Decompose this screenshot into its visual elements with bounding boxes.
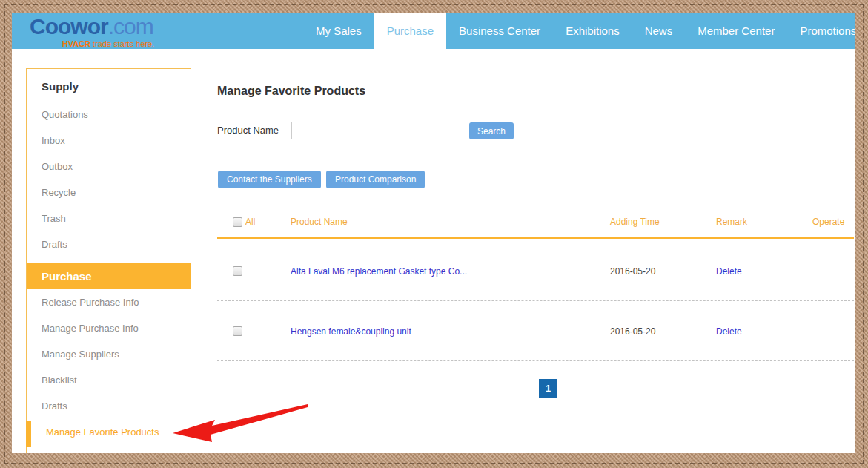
select-all-checkbox[interactable] <box>233 217 242 227</box>
nav-item-exhibitions[interactable]: Exhibitions <box>553 13 632 49</box>
nav-item-business-center[interactable]: Business Center <box>446 13 553 49</box>
top-navigation-bar: Coowor.com HVACR trade starts here. My S… <box>12 13 855 49</box>
sidebar-item-outbox[interactable]: Outbox <box>27 154 191 179</box>
page-content: Coowor.com HVACR trade starts here. My S… <box>12 13 855 453</box>
column-header-operate: Operate <box>812 217 844 227</box>
pagination-page-1[interactable]: 1 <box>539 379 557 398</box>
sidebar-section-supply[interactable]: Supply <box>27 72 191 102</box>
product-comparison-button[interactable]: Product Comparison <box>326 171 425 188</box>
main-nav: My Sales Purchase Business Center Exhibi… <box>303 13 855 49</box>
search-button[interactable]: Search <box>469 122 514 139</box>
favorite-products-table: All Product Name Adding Time Remark Oper… <box>217 214 855 406</box>
row-checkbox[interactable] <box>233 326 242 336</box>
row-divider <box>217 360 854 361</box>
product-link[interactable]: Hengsen female&coupling unit <box>291 326 411 337</box>
row-divider <box>217 300 854 301</box>
sidebar-item-purchase-drafts[interactable]: Drafts <box>27 393 191 419</box>
adding-time-value: 2016-05-20 <box>610 326 655 337</box>
page-title: Manage Favorite Products <box>217 85 365 98</box>
adding-time-value: 2016-05-20 <box>610 266 655 277</box>
nav-item-news[interactable]: News <box>632 13 686 49</box>
nav-item-purchase[interactable]: Purchase <box>374 13 446 49</box>
sidebar-item-trash[interactable]: Trash <box>27 205 191 231</box>
logo-suffix: .com <box>108 14 153 39</box>
product-link[interactable]: Alfa Laval M6 replacement Gasket type Co… <box>291 266 467 277</box>
delete-link[interactable]: Delete <box>716 326 742 337</box>
delete-link[interactable]: Delete <box>716 266 742 277</box>
sidebar: Supply Quotations Inbox Outbox Recycle T… <box>26 68 191 453</box>
active-item-marker <box>26 421 31 447</box>
nav-item-member-center[interactable]: Member Center <box>685 13 787 49</box>
sidebar-item-quotations[interactable]: Quotations <box>27 102 191 128</box>
sidebar-item-release-purchase-info[interactable]: Release Purchase Info <box>27 289 191 315</box>
tagline-bold: HVACR <box>62 39 90 48</box>
column-header-all: All <box>245 217 255 227</box>
nav-item-promotions[interactable]: Promotions <box>787 13 855 49</box>
sidebar-item-supply-drafts[interactable]: Drafts <box>27 231 191 257</box>
sidebar-item-recycle[interactable]: Recycle <box>27 179 191 205</box>
table-header-rule <box>217 237 854 239</box>
tagline-rest: trade starts here. <box>90 39 154 48</box>
sidebar-item-inbox[interactable]: Inbox <box>27 128 191 154</box>
column-header-remark: Remark <box>716 217 747 227</box>
sidebar-item-label: Manage Favorite Products <box>46 426 159 438</box>
coowor-logo[interactable]: Coowor.com <box>30 14 153 39</box>
sidebar-item-blacklist[interactable]: Blacklist <box>27 367 191 393</box>
contact-suppliers-button[interactable]: Contact the Suppliers <box>218 171 321 188</box>
logo-tagline: HVACR trade starts here. <box>34 39 182 48</box>
column-header-product-name: Product Name <box>291 217 348 227</box>
sidebar-item-manage-suppliers[interactable]: Manage Suppliers <box>27 341 191 367</box>
product-name-label: Product Name <box>217 125 279 136</box>
sidebar-item-manage-favorite-products[interactable]: Manage Favorite Products <box>27 419 191 445</box>
page-frame: Coowor.com HVACR trade starts here. My S… <box>0 0 868 468</box>
nav-item-my-sales[interactable]: My Sales <box>303 13 374 49</box>
logo-name: Coowor <box>30 14 108 39</box>
sidebar-item-manage-purchase-info[interactable]: Manage Purchase Info <box>27 315 191 341</box>
product-name-input[interactable] <box>291 122 454 139</box>
sidebar-section-purchase[interactable]: Purchase <box>27 263 191 289</box>
row-checkbox[interactable] <box>233 266 242 276</box>
column-header-adding-time: Adding Time <box>610 217 660 227</box>
